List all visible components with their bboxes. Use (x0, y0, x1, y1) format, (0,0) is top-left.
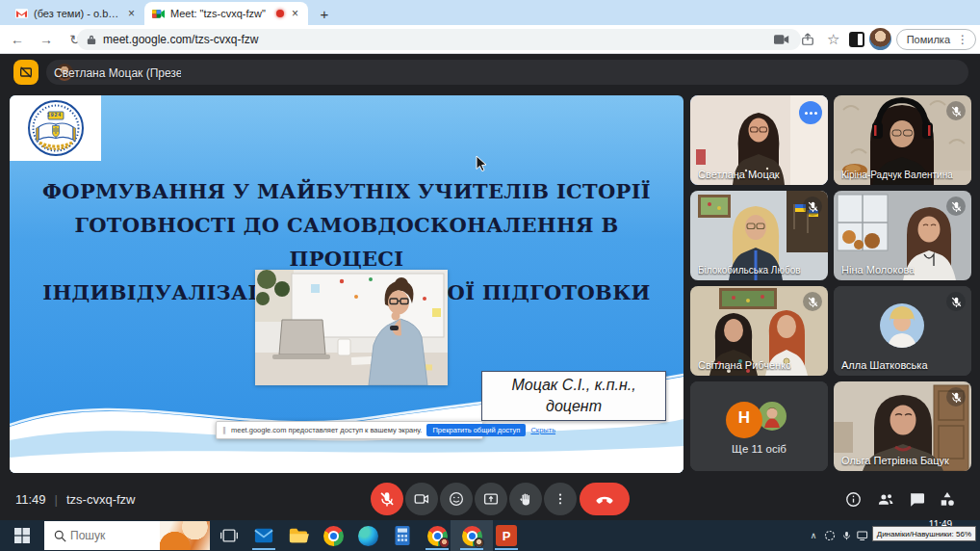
author-box: Моцак С.І., к.п.н., доцент (481, 371, 666, 421)
tray-mic-icon[interactable] (838, 528, 854, 543)
chat-button[interactable] (905, 487, 928, 511)
new-tab-button[interactable]: + (314, 3, 335, 24)
lock-icon (87, 34, 96, 45)
participant-name: Ольга Петрівна Бацук (841, 455, 949, 466)
tab-title: (без теми) - o.batsuk@kubg.edu (34, 8, 120, 19)
tab-close-icon[interactable]: × (290, 7, 300, 20)
tab-title: Meet: "tzs-cvxq-fzw" (170, 8, 271, 19)
chrome-profile-1-icon[interactable] (426, 524, 449, 547)
tab-gmail[interactable]: (без теми) - o.batsuk@kubg.edu × (8, 2, 144, 25)
share-message: meet.google.com предоставляет доступ к в… (231, 426, 422, 434)
avatar-letter: Н (733, 408, 756, 428)
task-view-button[interactable] (218, 524, 241, 547)
address-bar[interactable]: meet.google.com/tzs-cvxq-fzw (77, 29, 801, 50)
tab-meet[interactable]: Meet: "tzs-cvxq-fzw" × (144, 2, 308, 25)
profile-avatar[interactable] (869, 28, 891, 50)
mic-button[interactable] (371, 483, 403, 515)
forward-button[interactable]: → (35, 28, 58, 51)
search-highlight-image[interactable] (160, 521, 210, 550)
open-app-indicator (426, 548, 449, 550)
presentation-paused-button[interactable] (13, 60, 39, 85)
open-app-indicator (460, 548, 483, 550)
open-app-indicator (495, 548, 518, 550)
mic-muted-icon (946, 387, 966, 407)
gmail-icon (15, 9, 28, 18)
participant-name: Светлана Моцак (698, 169, 780, 180)
participant-tile[interactable]: Кіріна-Радчук Валентина (834, 95, 971, 185)
divider: | (55, 492, 58, 507)
bookmark-star-icon[interactable]: ☆ (823, 29, 844, 50)
chrome-icon[interactable] (322, 524, 345, 547)
activities-button[interactable] (936, 487, 959, 511)
author-line: Моцак С.І., к.п.н., (511, 375, 635, 396)
stop-share-button[interactable]: Прекратить общий доступ (426, 424, 526, 436)
search-input[interactable] (66, 529, 160, 542)
edge-icon[interactable] (356, 524, 379, 547)
mic-muted-icon (803, 197, 822, 216)
drag-handle-icon[interactable]: ∥ (222, 426, 226, 434)
camera-permission-icon[interactable] (771, 29, 792, 50)
more-participants-label: Ще 11 осіб (690, 443, 828, 455)
present-button[interactable] (475, 483, 507, 515)
info-icon (844, 490, 863, 509)
file-explorer-icon[interactable] (287, 524, 310, 547)
start-button[interactable] (0, 520, 44, 551)
activities-icon (938, 489, 957, 509)
volume-tooltip: Динаміки/Навушники: 56% (872, 526, 976, 541)
participant-name: Алла Шатковська (841, 359, 928, 371)
powerpoint-icon[interactable]: P (495, 524, 518, 547)
share-icon[interactable] (797, 29, 818, 50)
tab-close-icon[interactable]: × (126, 7, 137, 20)
search-icon (54, 530, 66, 542)
end-call-button[interactable] (580, 483, 630, 515)
tray-chevron-icon[interactable]: ∧ (806, 528, 821, 543)
browser-menu-icon[interactable]: ⋮ (954, 33, 971, 46)
logo-year: 1924 (47, 112, 62, 118)
camera-button[interactable] (405, 483, 438, 515)
mouse-cursor (476, 155, 487, 172)
participant-tile[interactable]: Білокобильська Любов (690, 191, 828, 280)
people-button[interactable] (874, 487, 897, 511)
mic-muted-icon (803, 292, 822, 311)
more-options-button[interactable] (544, 483, 577, 515)
back-button[interactable]: ← (6, 28, 29, 51)
meeting-code: tzs-cvxq-fzw (66, 492, 136, 507)
raise-hand-button[interactable] (509, 483, 542, 515)
participant-tile[interactable]: Ольга Петрівна Бацук (834, 381, 971, 471)
tray-status-icon[interactable] (822, 528, 838, 543)
open-app-indicator (252, 548, 275, 550)
camera-icon (413, 490, 430, 508)
windows-logo-icon (14, 528, 30, 543)
mail-icon[interactable] (252, 524, 275, 547)
participant-tile[interactable]: Світлана Рибченко (690, 286, 828, 376)
participant-tile[interactable]: Ніна Молокова (834, 191, 971, 280)
end-call-icon (594, 488, 615, 510)
present-screen-icon (482, 490, 500, 508)
more-participants-tile[interactable]: Н Ще 11 осіб (690, 381, 828, 471)
slide-title-line: ГОТОВНОСТІ ДО САМОВДОСКОНАЛЕННЯ В ПРОЦЕС… (29, 208, 664, 276)
participant-name: Ніна Молокова (841, 264, 915, 276)
mic-off-icon (378, 490, 396, 508)
tray-network-icon[interactable] (855, 528, 870, 543)
participant-tile[interactable]: Светлана Моцак (690, 95, 828, 185)
reactions-button[interactable] (440, 483, 473, 515)
hide-share-bar-link[interactable]: Скрыть (530, 426, 555, 434)
calculator-icon[interactable] (391, 524, 414, 547)
participant-name: Світлана Рибченко (698, 359, 791, 371)
presenter-name: Светлана Моцак (Презентація) (54, 66, 181, 80)
chrome-profile-2-icon[interactable] (460, 524, 483, 547)
browser-tab-strip: (без теми) - o.batsuk@kubg.edu × Meet: "… (0, 0, 980, 25)
info-button[interactable] (841, 487, 864, 511)
error-button[interactable]: Помилка ⋮ (896, 29, 976, 50)
taskbar-search[interactable] (44, 521, 210, 550)
presentation-off-icon (18, 65, 34, 80)
tile-options-button[interactable] (799, 101, 822, 124)
author-line: доцент (546, 396, 602, 417)
presenter-chip[interactable]: Светлана Моцак (Презентація) (46, 60, 968, 85)
participant-tile[interactable]: Алла Шатковська (834, 286, 971, 376)
raise-hand-icon (518, 491, 534, 508)
powerpoint-letter: P (496, 525, 517, 546)
side-panel-icon[interactable] (849, 32, 864, 47)
slide-photo-woman-laptop (255, 270, 448, 385)
error-label: Помилка (907, 34, 950, 45)
